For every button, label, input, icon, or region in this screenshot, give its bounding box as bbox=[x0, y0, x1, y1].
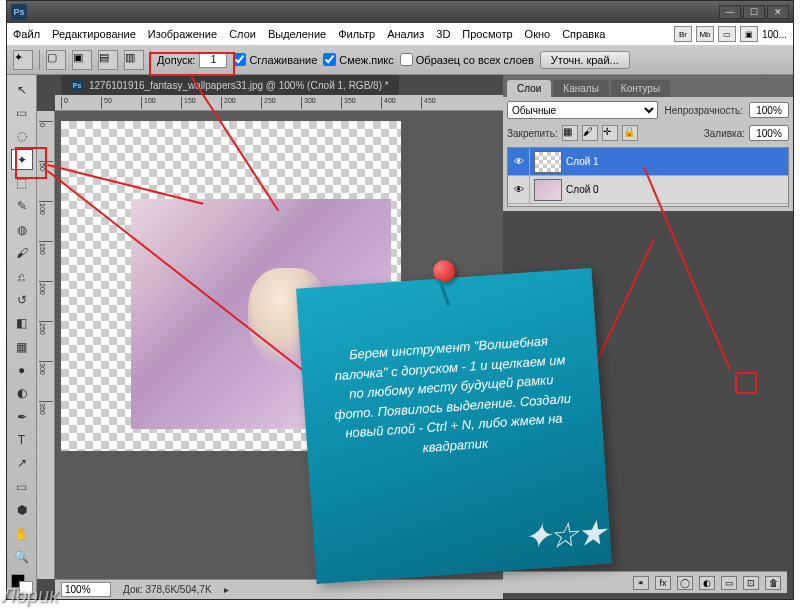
dodge-tool[interactable]: ◐ bbox=[11, 383, 33, 404]
menu-select[interactable]: Выделение bbox=[268, 28, 326, 40]
lock-all-icon[interactable]: 🔒 bbox=[622, 125, 638, 141]
blur-tool[interactable]: ● bbox=[11, 359, 33, 380]
menu-help[interactable]: Справка bbox=[562, 28, 605, 40]
anti-alias-label: Сглаживание bbox=[249, 54, 317, 66]
lock-transparency-icon[interactable]: ▦ bbox=[562, 125, 578, 141]
new-layer-icon[interactable]: ⊡ bbox=[743, 576, 759, 590]
maximize-button[interactable]: ☐ bbox=[743, 5, 765, 19]
contiguous-checkbox[interactable]: Cмеж.пикс bbox=[323, 53, 393, 66]
minimize-button[interactable]: — bbox=[719, 5, 741, 19]
opacity-label: Непрозрачность: bbox=[664, 105, 743, 116]
magic-wand-tool[interactable]: ✦ bbox=[11, 149, 33, 170]
mini-bridge-icon[interactable]: Mb bbox=[696, 26, 714, 42]
crop-tool[interactable]: ⬚ bbox=[11, 172, 33, 193]
contiguous-label: Cмеж.пикс bbox=[339, 54, 393, 66]
brush-tool[interactable]: 🖌 bbox=[11, 243, 33, 264]
shape-tool[interactable]: ▭ bbox=[11, 476, 33, 497]
sample-all-label: Образец со всех слоев bbox=[416, 54, 534, 66]
menu-window[interactable]: Окно bbox=[525, 28, 551, 40]
app-logo-icon: Ps bbox=[11, 4, 27, 20]
tolerance-field: Допуск: bbox=[157, 52, 227, 68]
main-menubar: Файл Редактирование Изображение Слои Выд… bbox=[7, 23, 793, 45]
menu-image[interactable]: Изображение bbox=[148, 28, 217, 40]
eraser-tool[interactable]: ◧ bbox=[11, 313, 33, 334]
zoom-input[interactable] bbox=[61, 582, 111, 597]
layers-panel-footer: ⚭ fx ◯ ◐ ▭ ⊡ 🗑 bbox=[503, 571, 787, 593]
selection-add-icon[interactable]: ▣ bbox=[72, 50, 92, 70]
bridge-icon[interactable]: Br bbox=[674, 26, 692, 42]
history-brush-tool[interactable]: ↺ bbox=[11, 289, 33, 310]
close-button[interactable]: ✕ bbox=[767, 5, 789, 19]
panel-tabs: Слои Каналы Контуры bbox=[503, 75, 793, 97]
toolbox: ↖ ▭ ◌ ✦ ⬚ ✎ ◍ 🖌 ⎌ ↺ ◧ ▦ ● ◐ ✒ T ↗ ▭ ⬢ ✋ … bbox=[7, 75, 37, 599]
group-icon[interactable]: ▭ bbox=[721, 576, 737, 590]
menu-analysis[interactable]: Анализ bbox=[387, 28, 424, 40]
gradient-tool[interactable]: ▦ bbox=[11, 336, 33, 357]
contiguous-check[interactable] bbox=[323, 53, 336, 66]
watermark: Лорик bbox=[2, 584, 59, 607]
anti-alias-checkbox[interactable]: Сглаживание bbox=[233, 53, 317, 66]
wand-tool-preset-icon[interactable]: ✦ bbox=[13, 50, 33, 70]
pen-tool[interactable]: ✒ bbox=[11, 406, 33, 427]
doc-size-label: Док: 378,6K/504,7K bbox=[123, 584, 212, 595]
document-title: 1276101916_fantasy_wallpapers31.jpg @ 10… bbox=[89, 80, 389, 91]
fill-label: Заливка: bbox=[704, 128, 745, 139]
fill-input[interactable] bbox=[749, 125, 789, 141]
visibility-icon[interactable]: 👁 bbox=[508, 148, 530, 175]
selection-new-icon[interactable]: ▢ bbox=[46, 50, 66, 70]
menu-layers[interactable]: Слои bbox=[229, 28, 256, 40]
blend-mode-select[interactable]: Обычные bbox=[507, 101, 658, 119]
layer-thumbnail[interactable] bbox=[534, 151, 562, 173]
path-select-tool[interactable]: ↗ bbox=[11, 453, 33, 474]
lasso-tool[interactable]: ◌ bbox=[11, 126, 33, 147]
zoom-percent-label: 100... bbox=[762, 29, 787, 40]
marquee-tool[interactable]: ▭ bbox=[11, 102, 33, 123]
status-bar: Док: 378,6K/504,7K ▸ bbox=[55, 579, 503, 599]
menu-3d[interactable]: 3D bbox=[436, 28, 450, 40]
viewmode-icon[interactable]: ▭ bbox=[718, 26, 736, 42]
menu-edit[interactable]: Редактирование bbox=[52, 28, 136, 40]
refine-edge-button[interactable]: Уточн. край... bbox=[540, 51, 630, 69]
status-arrow-icon[interactable]: ▸ bbox=[224, 584, 229, 595]
sample-all-checkbox[interactable]: Образец со всех слоев bbox=[400, 53, 534, 66]
type-tool[interactable]: T bbox=[11, 429, 33, 450]
adjustment-icon[interactable]: ◐ bbox=[699, 576, 715, 590]
clone-stamp-tool[interactable]: ⎌ bbox=[11, 266, 33, 287]
layer-name[interactable]: Слой 0 bbox=[566, 184, 599, 195]
horizontal-ruler: 0 50 100 150 200 250 300 350 400 450 bbox=[55, 95, 503, 111]
tab-layers[interactable]: Слои bbox=[507, 80, 551, 97]
tolerance-label: Допуск: bbox=[157, 54, 195, 66]
tolerance-input[interactable] bbox=[199, 52, 227, 68]
layer-thumbnail[interactable] bbox=[534, 179, 562, 201]
screenmode-icon[interactable]: ▣ bbox=[740, 26, 758, 42]
fx-icon[interactable]: fx bbox=[655, 576, 671, 590]
zoom-tool[interactable]: 🔍 bbox=[11, 546, 33, 567]
selection-subtract-icon[interactable]: ▤ bbox=[98, 50, 118, 70]
link-layers-icon[interactable]: ⚭ bbox=[633, 576, 649, 590]
eyedropper-tool[interactable]: ✎ bbox=[11, 196, 33, 217]
document-tab[interactable]: Ps 1276101916_fantasy_wallpapers31.jpg @… bbox=[61, 75, 399, 95]
3d-tool[interactable]: ⬢ bbox=[11, 499, 33, 520]
pin-icon bbox=[432, 260, 455, 283]
hand-tool[interactable]: ✋ bbox=[11, 523, 33, 544]
menu-file[interactable]: Файл bbox=[13, 28, 40, 40]
healing-brush-tool[interactable]: ◍ bbox=[11, 219, 33, 240]
layer-row[interactable]: 👁 Слой 0 bbox=[508, 176, 788, 204]
move-tool[interactable]: ↖ bbox=[11, 79, 33, 100]
tab-paths[interactable]: Контуры bbox=[611, 80, 670, 97]
layer-row[interactable]: 👁 Слой 1 bbox=[508, 148, 788, 176]
layers-panel: Обычные Непрозрачность: Закрепить: ▦ 🖌 ✛… bbox=[503, 97, 793, 211]
layer-name[interactable]: Слой 1 bbox=[566, 156, 599, 167]
trash-icon[interactable]: 🗑 bbox=[765, 576, 781, 590]
tab-channels[interactable]: Каналы bbox=[553, 80, 609, 97]
menu-filter[interactable]: Фильтр bbox=[338, 28, 375, 40]
visibility-icon[interactable]: 👁 bbox=[508, 176, 530, 203]
mask-icon[interactable]: ◯ bbox=[677, 576, 693, 590]
sample-all-check[interactable] bbox=[400, 53, 413, 66]
menu-view[interactable]: Просмотр bbox=[462, 28, 512, 40]
anti-alias-check[interactable] bbox=[233, 53, 246, 66]
lock-pixels-icon[interactable]: 🖌 bbox=[582, 125, 598, 141]
lock-position-icon[interactable]: ✛ bbox=[602, 125, 618, 141]
selection-intersect-icon[interactable]: ▥ bbox=[124, 50, 144, 70]
opacity-input[interactable] bbox=[749, 102, 789, 118]
